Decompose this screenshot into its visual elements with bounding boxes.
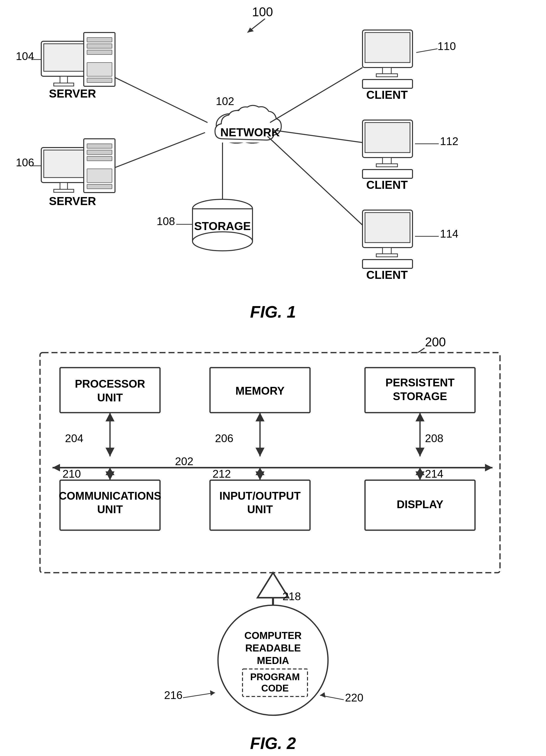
svg-rect-17: [87, 44, 112, 48]
svg-text:114: 114: [440, 228, 458, 240]
svg-text:CLIENT: CLIENT: [366, 268, 408, 281]
svg-rect-46: [365, 33, 410, 63]
svg-rect-54: [365, 123, 410, 153]
svg-text:100: 100: [252, 5, 273, 19]
svg-text:200: 200: [425, 335, 446, 349]
svg-rect-48: [376, 74, 397, 77]
svg-line-73: [273, 130, 362, 143]
svg-line-51: [416, 49, 437, 53]
svg-rect-19: [87, 63, 112, 76]
svg-rect-65: [362, 260, 412, 268]
svg-rect-20: [87, 78, 112, 83]
svg-text:220: 220: [345, 691, 363, 704]
svg-rect-64: [376, 254, 397, 257]
svg-rect-56: [376, 164, 397, 167]
svg-text:104: 104: [16, 50, 34, 62]
svg-rect-12: [44, 44, 85, 71]
svg-text:PROGRAM: PROGRAM: [250, 672, 300, 682]
svg-text:PERSISTENT: PERSISTENT: [385, 376, 454, 389]
svg-text:MEDIA: MEDIA: [257, 655, 289, 666]
svg-rect-29: [87, 144, 112, 148]
svg-text:102: 102: [216, 95, 234, 107]
svg-rect-33: [87, 184, 112, 189]
svg-text:MEMORY: MEMORY: [236, 385, 284, 397]
svg-text:UNIT: UNIT: [247, 503, 273, 515]
svg-text:106: 106: [16, 156, 34, 169]
svg-rect-62: [365, 213, 410, 243]
svg-text:210: 210: [63, 468, 81, 480]
svg-line-72: [270, 68, 362, 123]
svg-rect-30: [87, 150, 112, 155]
svg-rect-25: [44, 150, 85, 178]
svg-text:STORAGE: STORAGE: [194, 220, 251, 233]
svg-text:UNIT: UNIT: [97, 503, 123, 515]
svg-text:PROCESSOR: PROCESSOR: [75, 378, 145, 390]
fig2-diagram: 200 PROCESSOR UNIT MEMORY PERSISTENT STO…: [0, 333, 546, 756]
svg-marker-136: [210, 690, 215, 696]
svg-marker-139: [320, 692, 325, 698]
svg-text:112: 112: [440, 135, 458, 147]
svg-text:SERVER: SERVER: [49, 87, 96, 100]
svg-text:212: 212: [213, 468, 231, 480]
svg-text:SERVER: SERVER: [49, 195, 96, 208]
svg-text:FIG. 2: FIG. 2: [250, 734, 296, 752]
svg-text:206: 206: [215, 432, 233, 444]
svg-text:DISPLAY: DISPLAY: [397, 498, 443, 510]
svg-text:READABLE: READABLE: [245, 642, 301, 653]
svg-rect-27: [54, 189, 74, 192]
svg-rect-31: [87, 156, 112, 161]
svg-point-39: [193, 232, 253, 251]
svg-text:108: 108: [157, 215, 175, 227]
svg-text:216: 216: [164, 689, 183, 701]
page: { "fig1": { "title": "FIG. 1", "ref_main…: [0, 0, 546, 756]
svg-rect-18: [87, 50, 112, 55]
svg-text:CLIENT: CLIENT: [366, 178, 408, 191]
svg-line-135: [183, 693, 215, 698]
svg-line-69: [115, 78, 208, 123]
svg-text:NETWORK: NETWORK: [220, 126, 280, 139]
svg-text:FIG. 1: FIG. 1: [250, 303, 296, 321]
fig1-diagram: 100 NETWORK 102 SERVER 104: [0, 0, 546, 333]
svg-rect-57: [362, 170, 412, 178]
svg-rect-32: [87, 169, 112, 183]
svg-line-74: [268, 136, 362, 225]
svg-text:214: 214: [425, 468, 443, 480]
svg-text:INPUT/OUTPUT: INPUT/OUTPUT: [219, 490, 300, 502]
svg-text:CLIENT: CLIENT: [366, 88, 408, 101]
svg-text:CODE: CODE: [261, 683, 289, 693]
svg-rect-16: [87, 38, 112, 42]
svg-rect-80: [60, 368, 160, 413]
svg-text:218: 218: [282, 590, 301, 602]
svg-text:110: 110: [437, 40, 456, 52]
svg-text:204: 204: [65, 432, 83, 444]
svg-rect-49: [362, 80, 412, 88]
svg-text:202: 202: [175, 455, 193, 467]
svg-rect-14: [54, 83, 74, 86]
svg-text:COMPUTER: COMPUTER: [245, 630, 302, 641]
svg-text:COMMUNICATIONS: COMMUNICATIONS: [59, 490, 161, 502]
svg-text:208: 208: [425, 432, 443, 444]
svg-line-70: [115, 133, 205, 168]
svg-text:UNIT: UNIT: [97, 391, 123, 404]
svg-text:STORAGE: STORAGE: [393, 390, 447, 402]
